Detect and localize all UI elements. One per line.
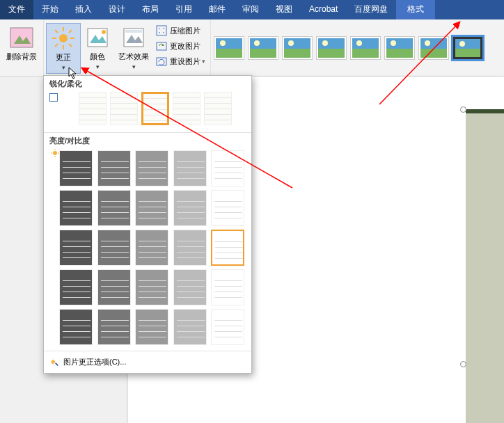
svg-line-8 [55,30,58,33]
reset-picture-button[interactable]: 重设图片 ▾ [153,54,208,69]
artistic-effects-button[interactable]: 艺术效果 ▾ [114,23,153,73]
menu-home[interactable]: 开始 [33,0,67,19]
svg-rect-17 [125,30,142,33]
menu-acrobat[interactable]: Acrobat [301,0,346,19]
brightness-preset[interactable] [97,309,131,345]
menu-bar: 文件 开始 插入 设计 布局 引用 邮件 审阅 视图 Acrobat 百度网盘 … [0,0,504,19]
brightness-preset[interactable] [97,150,131,186]
compress-label: 压缩图片 [170,26,200,36]
menu-review[interactable]: 审阅 [234,0,267,19]
picture-corrections-options-button[interactable]: 图片更正选项(C)... [44,351,251,373]
brightness-preset[interactable] [59,150,93,186]
brightness-preset[interactable] [173,230,207,266]
artistic-label: 艺术效果 [118,51,149,62]
style-preset-selected[interactable] [453,37,482,59]
corrections-dropdown: 锐化/柔化 亮度/对比度 [43,75,252,374]
remove-bg-icon [9,25,34,50]
menu-layout[interactable]: 布局 [134,0,167,19]
menu-insert[interactable]: 插入 [67,0,100,19]
brightness-preset[interactable] [59,269,93,305]
menu-view[interactable]: 视图 [267,0,301,19]
change-icon [156,40,167,51]
svg-line-10 [69,30,72,33]
style-preset[interactable] [419,37,448,59]
brightness-preset[interactable] [59,190,93,226]
corrections-label: 更正 [56,52,71,63]
remove-bg-label: 删除背景 [6,51,37,62]
sharpen-preset[interactable] [204,92,232,125]
brightness-preset[interactable] [59,309,93,345]
brightness-preset[interactable] [97,269,131,305]
sun-small-icon [51,149,59,157]
presets-icon [49,93,58,102]
style-preset[interactable] [249,37,278,59]
menu-mail[interactable]: 邮件 [200,0,234,19]
style-preset[interactable] [214,37,244,59]
svg-line-9 [69,44,72,47]
menu-baidu[interactable]: 百度网盘 [346,0,396,19]
picture-style-gallery[interactable] [211,19,504,76]
brightness-preset[interactable] [135,309,168,345]
selection-handle[interactable] [460,106,466,113]
color-button[interactable]: 颜色 ▾ [81,23,114,73]
sun-icon [51,26,76,51]
sharpen-preset[interactable] [173,92,200,125]
menu-references[interactable]: 引用 [167,0,200,19]
options-icon [49,358,59,367]
brightness-preset[interactable] [173,309,207,345]
chevron-down-icon: ▾ [62,64,65,71]
brightness-preset[interactable] [97,230,131,266]
color-icon [85,25,110,50]
compress-picture-button[interactable]: 压缩图片 [153,23,208,38]
sharpen-preset-selected[interactable] [141,92,169,125]
style-preset[interactable] [317,37,346,59]
reset-icon [156,56,167,67]
svg-line-11 [55,44,58,47]
change-label: 更改图片 [170,41,200,51]
style-preset[interactable] [283,37,312,59]
selected-image[interactable] [466,109,504,423]
brightness-preset[interactable] [173,190,207,226]
chevron-down-icon: ▾ [96,63,100,70]
brightness-preset[interactable] [59,230,93,266]
brightness-preset[interactable] [135,269,168,305]
sharpen-preset[interactable] [79,92,107,125]
artistic-icon [121,25,146,50]
menu-design[interactable]: 设计 [100,0,134,19]
selection-handle[interactable] [460,361,466,367]
brightness-preset[interactable] [97,190,131,226]
svg-rect-1 [10,28,33,47]
brightness-preset[interactable] [211,150,244,186]
options-label: 图片更正选项(C)... [63,357,126,367]
brightness-preset[interactable] [135,230,168,266]
compress-icon [156,25,167,36]
style-preset[interactable] [385,37,414,59]
menu-format[interactable]: 格式 [396,0,435,19]
svg-rect-18 [157,26,166,35]
svg-point-21 [53,151,57,155]
svg-point-3 [59,34,68,42]
chevron-down-icon: ▾ [132,63,136,70]
brightness-preset[interactable] [211,269,244,305]
remove-background-button[interactable]: 删除背景 [2,23,41,73]
sharpen-preset[interactable] [110,92,138,125]
change-picture-button[interactable]: 更改图片 [153,38,208,54]
brightness-preset[interactable] [173,269,207,305]
mouse-cursor [68,67,78,79]
brightness-preset[interactable] [173,150,207,186]
brightness-preset[interactable] [135,190,168,226]
svg-point-14 [102,30,106,34]
svg-point-26 [52,360,55,363]
brightness-preset[interactable] [211,309,244,345]
style-preset[interactable] [351,37,380,59]
color-label: 颜色 [90,51,105,62]
menu-file[interactable]: 文件 [0,0,33,19]
brightness-preset[interactable] [135,150,168,186]
brightness-preset-selected[interactable] [211,230,244,266]
brightness-preset[interactable] [211,190,244,226]
brightness-header: 亮度/对比度 [44,133,251,147]
reset-label: 重设图片 [170,56,200,67]
svg-rect-20 [157,58,166,65]
